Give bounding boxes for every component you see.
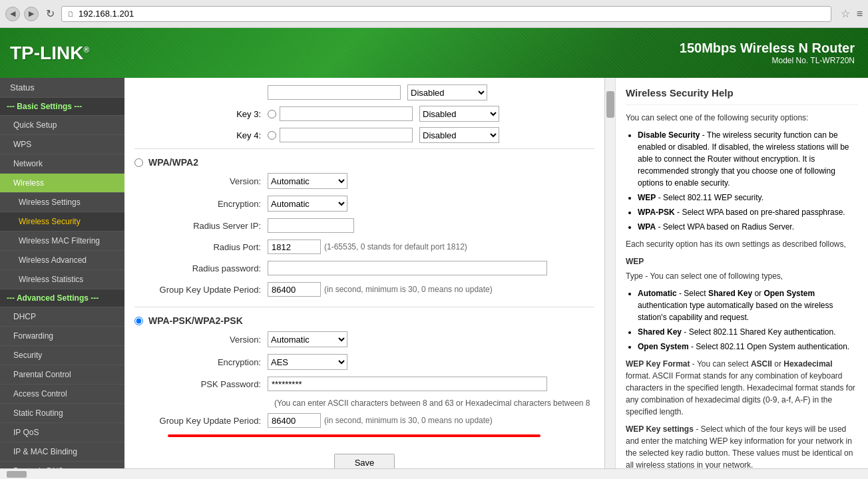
wpa-psk-radio[interactable]: [134, 317, 143, 325]
sidebar-item-wireless[interactable]: Wireless: [0, 174, 124, 193]
sidebar-item-dynamic-dns[interactable]: Dynamic DNS: [0, 462, 124, 468]
psk-password-label: PSK Password:: [134, 379, 268, 389]
refresh-button[interactable]: ↻: [43, 7, 57, 21]
browser-menu-button[interactable]: ≡: [857, 8, 863, 20]
bottom-scrollbar[interactable]: [0, 468, 868, 479]
help-options-list: Disable Security - The wireless security…: [626, 129, 858, 233]
psk-group-key-row: Group Key Update Period: (in second, min…: [134, 413, 594, 428]
help-intro: You can select one of the following secu…: [626, 112, 858, 124]
save-button[interactable]: Save: [334, 454, 395, 468]
help-each-option: Each security option has its own setting…: [626, 238, 858, 250]
help-type-open: Open System - Select 802.11 Open System …: [638, 341, 858, 353]
sidebar-item-dhcp[interactable]: DHCP: [0, 307, 124, 327]
router-model: 150Mbps Wireless N Router Model No. TL-W…: [680, 41, 855, 65]
sidebar-item-wireless-settings[interactable]: Wireless Settings: [0, 193, 124, 212]
help-option-disable: Disable Security - The wireless security…: [638, 129, 858, 189]
sidebar-item-parental-control[interactable]: Parental Control: [0, 365, 124, 385]
key2-input[interactable]: [268, 85, 401, 100]
key2-row: Disabled64bit128bit: [134, 84, 594, 100]
wpa-psk-header: WPA-PSK/WPA2-PSK: [134, 315, 594, 326]
browser-toolbar: ◀ ▶ ↻ 🗋 192.168.1.201 ☆ ≡: [0, 0, 868, 28]
key4-label: Key 4:: [134, 130, 268, 140]
sidebar-item-ip-mac-binding[interactable]: IP & MAC Binding: [0, 442, 124, 462]
key3-radio[interactable]: [268, 110, 276, 118]
wpa-encryption-row: Encryption: AutomaticTKIPAES: [134, 196, 594, 212]
psk-encryption-select[interactable]: AESAutomaticTKIP: [268, 354, 347, 370]
sidebar-section-advanced: --- Advanced Settings ---: [0, 289, 124, 307]
key3-row: Key 3: Disabled64bit128bit: [134, 106, 594, 122]
scroll-thumb[interactable]: [606, 91, 614, 118]
sidebar-item-network[interactable]: Network: [0, 154, 124, 174]
address-text: 192.168.1.201: [79, 9, 134, 19]
bookmark-button[interactable]: ☆: [841, 7, 850, 20]
radius-password-input[interactable]: [268, 261, 547, 275]
radius-port-label: Radius Port:: [134, 242, 268, 252]
wpa-group-key-row: Group Key Update Period: (in second, min…: [134, 282, 594, 297]
wpa-psk-section: WPA-PSK/WPA2-PSK Version: AutomaticWPA-P…: [134, 315, 594, 437]
psk-version-select[interactable]: AutomaticWPA-PSKWPA2-PSK: [268, 331, 347, 347]
sidebar-item-status[interactable]: Status: [0, 78, 124, 98]
wpa-wpa2-title: WPA/WPA2: [148, 157, 198, 168]
tp-link-header: TP-LINK® 150Mbps Wireless N Router Model…: [0, 28, 868, 78]
help-type-shared: Shared Key - Select 802.11 Shared Key au…: [638, 326, 858, 338]
wpa-group-key-input[interactable]: [268, 282, 321, 297]
help-wep-key-format: WEP Key Format - You can select ASCII or…: [626, 358, 858, 418]
sidebar-item-wireless-stats[interactable]: Wireless Statistics: [0, 270, 124, 289]
key4-input[interactable]: [280, 128, 413, 142]
radius-ip-input[interactable]: [268, 218, 354, 233]
page-icon: 🗋: [67, 10, 75, 18]
sidebar-item-static-routing[interactable]: Static Routing: [0, 404, 124, 423]
sidebar-item-access-control[interactable]: Access Control: [0, 385, 124, 404]
address-bar[interactable]: 🗋 192.168.1.201: [61, 6, 831, 22]
bottom-scroll-thumb[interactable]: [7, 471, 27, 478]
save-button-area: Save: [134, 447, 594, 468]
wpa-group-key-label: Group Key Update Period:: [134, 285, 268, 295]
wpa-wpa2-section: WPA/WPA2 Version: AutomaticWPAWPA2 Encry…: [134, 157, 594, 297]
tp-link-logo: TP-LINK®: [10, 43, 89, 64]
key3-type-select[interactable]: Disabled64bit128bit: [419, 106, 499, 122]
main-content: Disabled64bit128bit Key 3: Disabled64bit…: [124, 78, 604, 468]
sidebar-item-forwarding[interactable]: Forwarding: [0, 327, 124, 346]
psk-password-note: (You can enter ASCII characters between …: [274, 398, 594, 408]
psk-encryption-row: Encryption: AESAutomaticTKIP: [134, 354, 594, 370]
radius-port-row: Radius Port: (1-65535, 0 stands for defa…: [134, 240, 594, 254]
psk-encryption-label: Encryption:: [134, 357, 268, 367]
wpa-wpa2-radio[interactable]: [134, 158, 143, 167]
sidebar-item-security[interactable]: Security: [0, 346, 124, 365]
key2-type-select[interactable]: Disabled64bit128bit: [407, 84, 487, 100]
wpa-version-label: Version:: [134, 176, 268, 186]
sidebar-item-wireless-security[interactable]: Wireless Security: [0, 212, 124, 232]
back-button[interactable]: ◀: [5, 7, 20, 21]
help-panel: Wireless Security Help You can select on…: [615, 78, 868, 468]
sidebar-item-quick-setup[interactable]: Quick Setup: [0, 116, 124, 135]
psk-group-key-note: (in second, minimum is 30, 0 means no up…: [324, 416, 493, 425]
wep-keys-top: Disabled64bit128bit Key 3: Disabled64bit…: [134, 84, 594, 143]
psk-group-key-input[interactable]: [268, 413, 321, 428]
radius-port-input[interactable]: [268, 240, 321, 254]
sidebar: Status --- Basic Settings --- Quick Setu…: [0, 78, 124, 468]
help-type-list: Automatic - Select Shared Key or Open Sy…: [626, 287, 858, 353]
help-type-text: Type - You can select one of following t…: [626, 270, 858, 282]
key4-radio[interactable]: [268, 131, 276, 140]
sidebar-item-wps[interactable]: WPS: [0, 135, 124, 154]
psk-group-key-label: Group Key Update Period:: [134, 416, 268, 426]
help-option-wep: WEP - Select 802.11 WEP security.: [638, 192, 858, 204]
sidebar-section-basic: --- Basic Settings ---: [0, 98, 124, 116]
wpa-version-select[interactable]: AutomaticWPAWPA2: [268, 173, 347, 189]
radius-password-row: Radius password:: [134, 261, 594, 275]
sidebar-item-wireless-mac[interactable]: Wireless MAC Filtering: [0, 232, 124, 251]
psk-password-input[interactable]: [268, 377, 547, 391]
sidebar-item-ip-qos[interactable]: IP QoS: [0, 423, 124, 442]
key4-type-select[interactable]: Disabled64bit128bit: [419, 127, 499, 143]
main-scrollbar[interactable]: [604, 78, 615, 468]
sidebar-item-wireless-advanced[interactable]: Wireless Advanced: [0, 251, 124, 270]
key4-row: Key 4: Disabled64bit128bit: [134, 127, 594, 143]
key3-label: Key 3:: [134, 109, 268, 119]
help-wep-title: WEP: [626, 255, 858, 267]
forward-button[interactable]: ▶: [24, 7, 39, 21]
wpa-version-row: Version: AutomaticWPAWPA2: [134, 173, 594, 189]
key3-input[interactable]: [280, 106, 413, 121]
help-title: Wireless Security Help: [626, 86, 858, 105]
wpa-wpa2-header: WPA/WPA2: [134, 157, 594, 168]
wpa-encryption-select[interactable]: AutomaticTKIPAES: [268, 196, 347, 212]
